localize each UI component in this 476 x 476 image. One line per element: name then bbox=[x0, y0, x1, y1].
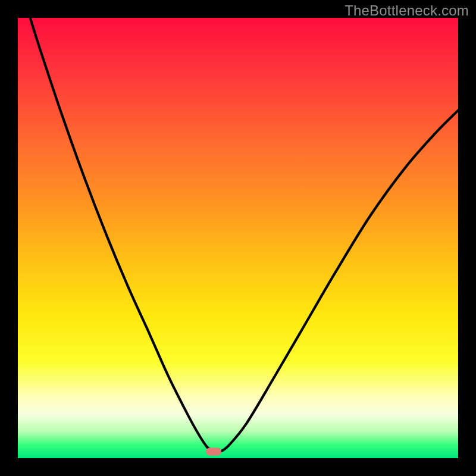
bottleneck-curve bbox=[18, 18, 458, 458]
chart-frame: TheBottleneck.com bbox=[0, 0, 476, 476]
watermark-text: TheBottleneck.com bbox=[345, 2, 469, 19]
optimal-marker bbox=[206, 447, 221, 455]
plot-area bbox=[18, 18, 458, 458]
